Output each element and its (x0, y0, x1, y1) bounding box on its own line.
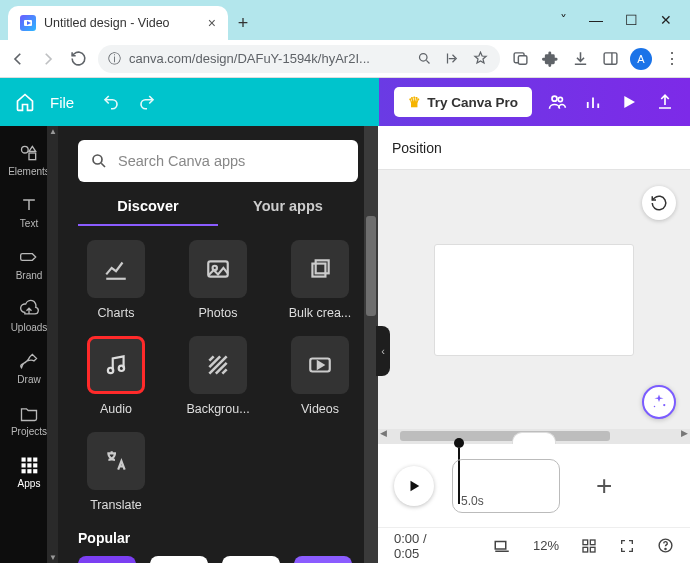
back-icon[interactable] (8, 49, 28, 69)
grid-view-icon[interactable] (581, 538, 597, 554)
svg-point-8 (558, 97, 562, 101)
svg-rect-19 (22, 469, 26, 473)
rail-label: Apps (18, 478, 41, 489)
maximize-icon[interactable]: ☐ (625, 12, 638, 28)
reload-icon[interactable] (68, 49, 88, 69)
extensions-icon[interactable] (540, 49, 560, 69)
app-videos[interactable]: Videos (282, 336, 358, 416)
redo-icon[interactable] (138, 93, 156, 111)
add-clip-button[interactable]: + (578, 470, 630, 502)
try-canva-pro-button[interactable]: ♛ Try Canva Pro (394, 87, 532, 117)
forward-icon[interactable] (38, 49, 58, 69)
clip-duration-label: 5.0s (461, 494, 484, 508)
magic-icon[interactable] (642, 385, 676, 419)
svg-marker-30 (318, 362, 323, 369)
position-button[interactable]: Position (392, 140, 442, 156)
search-field[interactable] (118, 153, 346, 169)
profile-avatar[interactable]: A (630, 48, 652, 70)
app-bulk-create[interactable]: Bulk crea... (282, 240, 358, 320)
popular-app-3[interactable] (222, 556, 280, 563)
window-controls: ˅ — ☐ ✕ (560, 0, 690, 40)
canvas-horizontal-scrollbar[interactable] (378, 429, 690, 443)
timeline: 5.0s + 0:00 / 0:05 12% (378, 443, 690, 563)
canvas-toolbar: Position (378, 126, 690, 170)
translate-ext-icon[interactable] (510, 49, 530, 69)
time-readout: 0:00 / 0:05 (394, 531, 449, 561)
svg-point-47 (665, 548, 666, 549)
site-info-icon[interactable]: ⓘ (108, 50, 121, 68)
svg-rect-20 (27, 469, 31, 473)
browser-titlebar: Untitled design - Video × + ˅ — ☐ ✕ (0, 0, 690, 40)
share-upload-icon[interactable] (654, 93, 676, 111)
popular-app-2[interactable] (150, 556, 208, 563)
svg-point-28 (119, 366, 124, 371)
tab-title: Untitled design - Video (44, 16, 200, 30)
zoom-icon[interactable] (414, 49, 434, 69)
svg-rect-40 (495, 541, 506, 549)
svg-rect-15 (33, 458, 37, 462)
zoom-level[interactable]: 12% (533, 538, 559, 553)
timeline-clip[interactable]: 5.0s (452, 459, 560, 513)
app-audio[interactable]: Audio (78, 336, 154, 416)
browser-tab[interactable]: Untitled design - Video × (8, 6, 228, 40)
file-menu[interactable]: File (50, 94, 74, 111)
app-background[interactable]: Backgrou... (180, 336, 256, 416)
videos-icon (291, 336, 349, 394)
downloads-icon[interactable] (570, 49, 590, 69)
rail-label: Projects (11, 426, 47, 437)
bookmark-icon[interactable] (470, 49, 490, 69)
home-icon[interactable] (14, 91, 36, 113)
svg-point-27 (108, 368, 113, 373)
search-apps-input[interactable] (78, 140, 358, 182)
fullscreen-icon[interactable] (619, 538, 635, 554)
background-icon (189, 336, 247, 394)
rail-label: Brand (16, 270, 43, 281)
undo-icon[interactable] (102, 93, 120, 111)
popular-app-4[interactable]: TEXt (294, 556, 352, 563)
try-pro-label: Try Canva Pro (427, 95, 518, 110)
video-page[interactable] (434, 244, 634, 356)
svg-marker-39 (411, 480, 420, 491)
caret-down-icon[interactable]: ˅ (560, 12, 567, 28)
svg-rect-17 (27, 463, 31, 467)
svg-rect-4 (518, 56, 527, 64)
tab-your-apps[interactable]: Your apps (218, 198, 358, 226)
regenerate-icon[interactable] (642, 186, 676, 220)
present-icon[interactable] (618, 94, 640, 110)
new-tab-button[interactable]: + (228, 6, 258, 40)
svg-point-10 (22, 146, 29, 153)
svg-rect-45 (590, 547, 595, 552)
collaborators-icon[interactable] (546, 92, 568, 112)
tab-discover[interactable]: Discover (78, 198, 218, 226)
main-area: Elements Text Brand Uploads Draw Project… (0, 126, 690, 563)
url-bar[interactable]: ⓘ canva.com/design/DAFuY-1594k/hyAr2I... (98, 45, 500, 73)
analytics-icon[interactable] (582, 93, 604, 111)
left-rail: Elements Text Brand Uploads Draw Project… (0, 126, 58, 563)
timeline-footer: 0:00 / 0:05 12% (378, 527, 690, 563)
app-charts[interactable]: Charts (78, 240, 154, 320)
svg-rect-21 (33, 469, 37, 473)
timeline-play-button[interactable] (394, 466, 434, 506)
share-icon[interactable] (442, 49, 462, 69)
app-translate[interactable]: Translate (78, 432, 154, 512)
help-icon[interactable] (657, 537, 674, 554)
svg-point-37 (663, 404, 665, 406)
svg-rect-42 (583, 540, 588, 545)
popular-app-1[interactable]: CRAFT (78, 556, 136, 563)
sidepanel-icon[interactable] (600, 49, 620, 69)
search-icon (90, 152, 108, 170)
app-photos[interactable]: Photos (180, 240, 256, 320)
collapse-panel-icon[interactable]: ‹ (376, 326, 390, 376)
rail-label: Text (20, 218, 38, 229)
svg-rect-43 (590, 540, 595, 545)
kebab-menu-icon[interactable]: ⋮ (662, 49, 682, 69)
pages-view-icon[interactable] (493, 537, 511, 555)
canvas-stage[interactable] (378, 170, 690, 429)
minimize-icon[interactable]: — (589, 12, 603, 28)
timeline-expand-handle[interactable] (512, 432, 556, 444)
tab-close-icon[interactable]: × (208, 15, 216, 31)
close-window-icon[interactable]: ✕ (660, 12, 672, 28)
apps-panel: ‹ Discover Your apps Charts Photos (58, 126, 378, 563)
crown-icon: ♛ (408, 94, 421, 110)
browser-toolbar: ⓘ canva.com/design/DAFuY-1594k/hyAr2I...… (0, 40, 690, 78)
